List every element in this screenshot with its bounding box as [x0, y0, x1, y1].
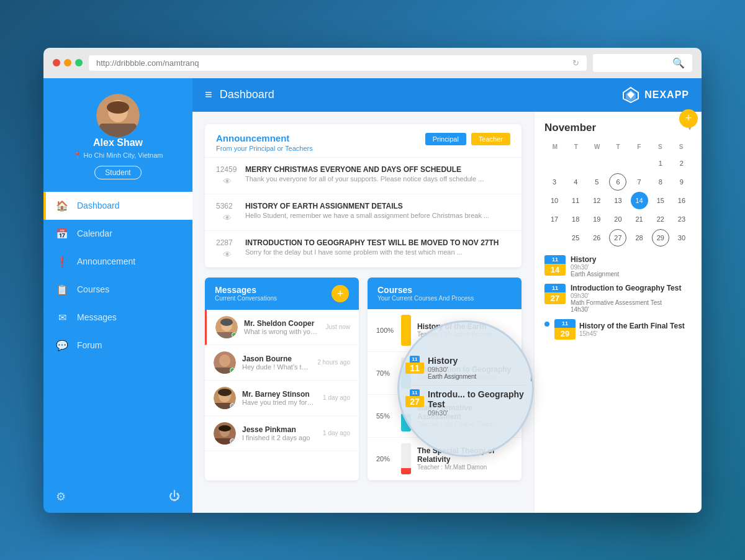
cal-day-8[interactable]: 8	[652, 173, 669, 191]
logo-text: NEXAPP	[644, 89, 689, 101]
announcement-item[interactable]: 12459 👁 MERRY CHRISTMAS EVERYONE AND DAY…	[205, 158, 522, 194]
cal-day-20[interactable]: 20	[609, 210, 626, 228]
cal-day-23[interactable]: 23	[673, 210, 690, 228]
sidebar-item-dashboard[interactable]: 🏠 Dashboard	[43, 192, 192, 220]
mag-badge: 11 11	[405, 356, 424, 380]
add-event-button[interactable]: +	[679, 109, 698, 128]
cal-day-19[interactable]: 19	[588, 210, 605, 228]
cal-day-17[interactable]: 17	[546, 210, 563, 228]
cal-day-18[interactable]: 18	[567, 210, 584, 228]
top-bar: ≡ Dashboard NEXAPP	[192, 78, 702, 112]
cal-day-21[interactable]: 21	[631, 210, 648, 228]
cal-day-5[interactable]: 5	[588, 173, 605, 191]
hamburger-icon[interactable]: ≡	[205, 88, 212, 102]
announcements-title: Announcemnent	[216, 133, 313, 143]
maximize-dot[interactable]	[75, 59, 83, 66]
tab-teacher[interactable]: Teacher	[471, 133, 510, 145]
event-item[interactable]: 11 27 Introduction to Geography Test 09h…	[544, 284, 692, 313]
msg-content: Jason Bourne Hey dude ! What's the plan …	[242, 355, 311, 371]
cal-day-12[interactable]: 12	[588, 192, 605, 209]
messages-icon: ✉	[56, 312, 68, 323]
ann-meta-3: 2287 👁	[216, 238, 238, 260]
sidebar-item-calendar[interactable]: 📅 Calendar	[43, 220, 192, 248]
right-panel: November ▾ + M T W T F S S	[534, 112, 702, 513]
calendar-section: November ▾ + M T W T F S S	[544, 122, 692, 246]
cal-day-4[interactable]: 4	[567, 173, 584, 191]
courses-title: Courses	[377, 285, 512, 295]
address-bar[interactable]: http://dribbble.com/namtranq ↻	[89, 55, 587, 71]
events-section: 11 14 History 09h30' Earth Assignment	[544, 255, 692, 340]
cal-day-10[interactable]: 10	[546, 192, 563, 209]
nav-label-messages: Messages	[77, 312, 117, 322]
cal-day-empty	[588, 155, 605, 172]
cal-day-15[interactable]: 15	[652, 192, 669, 209]
cal-day-empty	[609, 155, 626, 172]
add-message-button[interactable]: +	[332, 285, 349, 302]
cal-day-3[interactable]: 3	[546, 173, 563, 191]
ann-meta-1: 12459 👁	[216, 165, 238, 186]
eye-icon: 👁	[223, 176, 232, 186]
progress-bar	[401, 443, 411, 474]
cal-day-27[interactable]: 27	[609, 229, 626, 246]
sidebar-item-forum[interactable]: 💬 Forum	[43, 332, 192, 359]
cal-day-14[interactable]: 14	[631, 192, 648, 209]
cal-day-28[interactable]: 28	[631, 229, 648, 246]
nav-label-dashboard: Dashboard	[77, 201, 120, 210]
eye-icon: 👁	[223, 213, 232, 223]
event-item[interactable]: 11 29 History of the Earth Final Test 15…	[544, 319, 692, 340]
event-info: 11 29 History of the Earth Final Test 15…	[554, 319, 692, 340]
minimize-dot[interactable]	[64, 59, 71, 66]
svg-rect-3	[99, 124, 137, 137]
progress-bar	[401, 315, 411, 346]
announcement-item[interactable]: 5362 👁 HISTORY OF EARTH ASSIGNMENT DETAI…	[205, 194, 522, 231]
message-item[interactable]: Jesse Pinkman I finished it 2 days ago 1…	[205, 416, 359, 451]
courses-icon: 📋	[56, 284, 68, 296]
mag-badge: 11 27	[405, 389, 424, 417]
svg-point-2	[107, 101, 129, 114]
message-item[interactable]: Mr. Barney Stinson Have you tried my for…	[205, 381, 359, 416]
event-item[interactable]: 11 14 History 09h30' Earth Assignment	[544, 255, 692, 278]
refresh-icon[interactable]: ↻	[572, 58, 579, 68]
sidebar-item-messages[interactable]: ✉ Messages	[43, 304, 192, 332]
sidebar-item-courses[interactable]: 📋 Courses	[43, 276, 192, 304]
profile-badge[interactable]: Student	[94, 166, 141, 179]
svg-point-20	[219, 425, 231, 431]
event-badge: 11 14	[544, 255, 566, 276]
messages-header: Messages Current Conversations +	[205, 278, 359, 310]
nav-label-courses: Courses	[77, 284, 109, 294]
browser-dots	[53, 59, 83, 66]
cal-day-25[interactable]: 25	[567, 229, 584, 246]
cal-day-29[interactable]: 29	[652, 229, 669, 246]
cal-day-26[interactable]: 26	[588, 229, 605, 246]
cal-day-2[interactable]: 2	[673, 155, 690, 172]
event-badge: 11 29	[554, 319, 576, 340]
settings-icon[interactable]: ⚙	[56, 490, 66, 504]
cal-day-22[interactable]: 22	[652, 210, 669, 228]
power-icon[interactable]: ⏻	[169, 490, 180, 504]
ann-meta-2: 5362 👁	[216, 202, 238, 223]
announcements-subtitle: From your Principal or Teachers	[216, 145, 313, 152]
cal-day-16[interactable]: 16	[673, 192, 690, 209]
message-item[interactable]: Jason Bourne Hey dude ! What's the plan …	[205, 345, 359, 381]
cal-day-13[interactable]: 13	[609, 192, 626, 209]
cal-day-30[interactable]: 30	[673, 229, 690, 246]
message-item[interactable]: Mr. Sheldon Cooper What is wrong with yo…	[205, 310, 359, 345]
sidebar-footer: ⚙ ⏻	[43, 481, 192, 513]
sidebar-item-announcement[interactable]: ❗ Announcement	[43, 248, 192, 276]
msg-content: Jesse Pinkman I finished it 2 days ago	[242, 425, 317, 441]
cal-day-11[interactable]: 11	[567, 192, 584, 209]
calendar-icon: 📅	[56, 228, 68, 240]
cal-day-9[interactable]: 9	[673, 173, 690, 191]
cal-day-7[interactable]: 7	[631, 173, 648, 191]
browser-search[interactable]: 🔍	[593, 54, 692, 72]
tab-buttons: Principal Teacher	[425, 133, 510, 145]
announcements-card: Announcemnent From your Principal or Tea…	[205, 124, 522, 268]
close-dot[interactable]	[53, 59, 60, 66]
mag-info: History 09h30' Earth Assignment	[428, 356, 526, 380]
cal-day-1[interactable]: 1	[652, 155, 669, 172]
tab-principal[interactable]: Principal	[425, 133, 466, 145]
announcement-item[interactable]: 2287 👁 INTRODUCTION TO GEOGRAPHY TEST WI…	[205, 231, 522, 268]
cal-day-6[interactable]: 6	[609, 173, 626, 191]
avatar	[96, 94, 140, 137]
magnifier-overlay: 11 11 History 09h30' Earth Assignment 11…	[397, 320, 534, 457]
